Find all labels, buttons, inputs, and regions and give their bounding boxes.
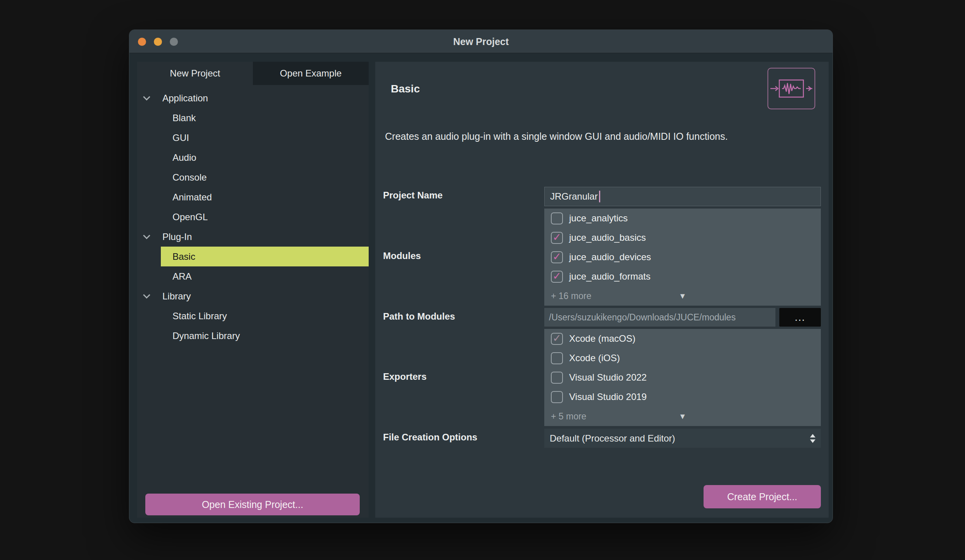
window-title: New Project xyxy=(129,30,833,53)
modules-more-label: + 16 more xyxy=(551,291,591,301)
tree-item-basic[interactable]: Basic xyxy=(161,247,369,266)
tree-label: Animated xyxy=(172,192,212,203)
project-name-value: JRGranular xyxy=(550,191,598,202)
expand-triangle-icon: ▼ xyxy=(679,412,686,421)
exporter-row-visual-studio-2022[interactable]: ✓ Visual Studio 2022 xyxy=(544,368,821,387)
exporters-more-label: + 5 more xyxy=(551,411,586,422)
tree-item-animated[interactable]: Animated xyxy=(161,187,369,207)
exporter-label: Visual Studio 2019 xyxy=(569,391,647,402)
file-creation-options-value: Default (Processor and Editor) xyxy=(550,433,675,444)
tree-label: Application xyxy=(162,93,208,104)
tree-item-ara[interactable]: ARA xyxy=(161,266,369,286)
module-label: juce_analytics xyxy=(569,213,628,224)
path-to-modules-field[interactable]: /Users/suzukikengo/Downloads/JUCE/module… xyxy=(544,308,775,327)
tree-item-blank[interactable]: Blank xyxy=(161,108,369,128)
exporter-label: Visual Studio 2022 xyxy=(569,372,647,383)
check-icon: ✓ xyxy=(552,252,561,262)
chevron-down-icon xyxy=(143,232,150,239)
checkbox[interactable]: ✓ xyxy=(551,372,563,384)
tree-label: Plug-In xyxy=(162,231,192,242)
project-type-tree: Application Blank GUI Audio Console Anim… xyxy=(137,88,369,346)
template-title: Basic xyxy=(391,83,420,95)
module-row-juce-audio-devices[interactable]: ✓ juce_audio_devices xyxy=(544,247,821,267)
titlebar[interactable]: New Project xyxy=(129,30,833,53)
checkbox[interactable]: ✓ xyxy=(551,271,563,283)
tree-section-library[interactable]: Library xyxy=(137,286,369,306)
tree-label: Audio xyxy=(172,152,196,163)
modules-list: ✓ juce_analytics ✓ juce_audio_basics ✓ j… xyxy=(544,209,821,306)
tree-item-audio[interactable]: Audio xyxy=(161,148,369,167)
checkbox[interactable]: ✓ xyxy=(551,391,563,403)
check-icon: ✓ xyxy=(552,271,561,282)
path-to-modules-value: /Users/suzukikengo/Downloads/JUCE/module… xyxy=(549,312,736,323)
tree-label: Blank xyxy=(172,113,196,123)
module-row-juce-audio-formats[interactable]: ✓ juce_audio_formats xyxy=(544,267,821,286)
tree-item-dynamic-library[interactable]: Dynamic Library xyxy=(161,326,369,346)
exporter-row-visual-studio-2019[interactable]: ✓ Visual Studio 2019 xyxy=(544,387,821,407)
chevron-down-icon xyxy=(143,93,150,100)
tree-label: OpenGL xyxy=(172,212,208,223)
checkbox[interactable]: ✓ xyxy=(551,212,563,224)
tab-new-project[interactable]: New Project xyxy=(137,62,253,85)
template-description: Creates an audio plug-in with a single w… xyxy=(385,131,805,142)
tree-item-opengl[interactable]: OpenGL xyxy=(161,207,369,227)
module-label: juce_audio_basics xyxy=(569,232,646,243)
create-project-button[interactable]: Create Project... xyxy=(704,485,821,508)
plugin-icon xyxy=(767,68,815,110)
sidebar: New Project Open Example Application Bla… xyxy=(137,62,369,518)
project-name-label: Project Name xyxy=(383,190,538,201)
expand-triangle-icon: ▼ xyxy=(679,292,686,301)
tree-section-application[interactable]: Application xyxy=(137,88,369,108)
check-icon: ✓ xyxy=(552,232,561,243)
exporter-row-xcode-ios[interactable]: ✓ Xcode (iOS) xyxy=(544,348,821,368)
tree-label: Console xyxy=(172,172,207,183)
checkbox[interactable]: ✓ xyxy=(551,352,563,364)
stepper-arrows-icon xyxy=(810,434,815,443)
tree-section-plug-in[interactable]: Plug-In xyxy=(137,227,369,247)
text-caret xyxy=(599,191,600,202)
sidebar-tabs: New Project Open Example xyxy=(137,62,369,85)
exporter-label: Xcode (iOS) xyxy=(569,353,620,363)
tree-item-console[interactable]: Console xyxy=(161,167,369,187)
exporters-more-row[interactable]: + 5 more ▼ xyxy=(544,407,821,426)
project-name-input[interactable]: JRGranular xyxy=(544,187,821,206)
exporter-label: Xcode (macOS) xyxy=(569,333,636,344)
module-row-juce-analytics[interactable]: ✓ juce_analytics xyxy=(544,209,821,228)
module-row-juce-audio-basics[interactable]: ✓ juce_audio_basics xyxy=(544,228,821,247)
file-creation-options-label: File Creation Options xyxy=(383,432,538,443)
new-project-window: New Project New Project Open Example App… xyxy=(129,30,833,523)
tab-open-example[interactable]: Open Example xyxy=(253,62,369,85)
desktop-background: New Project New Project Open Example App… xyxy=(0,0,965,560)
tree-item-static-library[interactable]: Static Library xyxy=(161,306,369,326)
tree-label: GUI xyxy=(172,132,189,143)
checkbox[interactable]: ✓ xyxy=(551,251,563,263)
browse-button[interactable]: ... xyxy=(779,308,821,327)
tree-label: Library xyxy=(162,291,191,302)
module-label: juce_audio_devices xyxy=(569,252,651,263)
chevron-down-icon xyxy=(143,291,150,298)
modules-label: Modules xyxy=(383,250,538,261)
exporters-list: ✓ Xcode (macOS) ✓ Xcode (iOS) ✓ Visual S… xyxy=(544,329,821,426)
exporters-label: Exporters xyxy=(383,371,538,382)
exporter-row-xcode-macos[interactable]: ✓ Xcode (macOS) xyxy=(544,329,821,348)
file-creation-options-select[interactable]: Default (Processor and Editor) xyxy=(544,429,821,448)
open-existing-project-button[interactable]: Open Existing Project... xyxy=(145,494,360,515)
tree-item-gui[interactable]: GUI xyxy=(161,128,369,148)
path-to-modules-label: Path to Modules xyxy=(383,311,538,322)
tree-label: Dynamic Library xyxy=(172,330,240,341)
checkbox[interactable]: ✓ xyxy=(551,333,563,345)
detail-panel: Basic Creates an audio plug-in with a si… xyxy=(375,62,829,518)
tree-label: Basic xyxy=(172,251,195,262)
tree-label: ARA xyxy=(172,271,192,282)
modules-more-row[interactable]: + 16 more ▼ xyxy=(544,286,821,306)
check-icon: ✓ xyxy=(552,333,561,344)
module-label: juce_audio_formats xyxy=(569,271,650,282)
tree-label: Static Library xyxy=(172,311,227,322)
checkbox[interactable]: ✓ xyxy=(551,232,563,244)
